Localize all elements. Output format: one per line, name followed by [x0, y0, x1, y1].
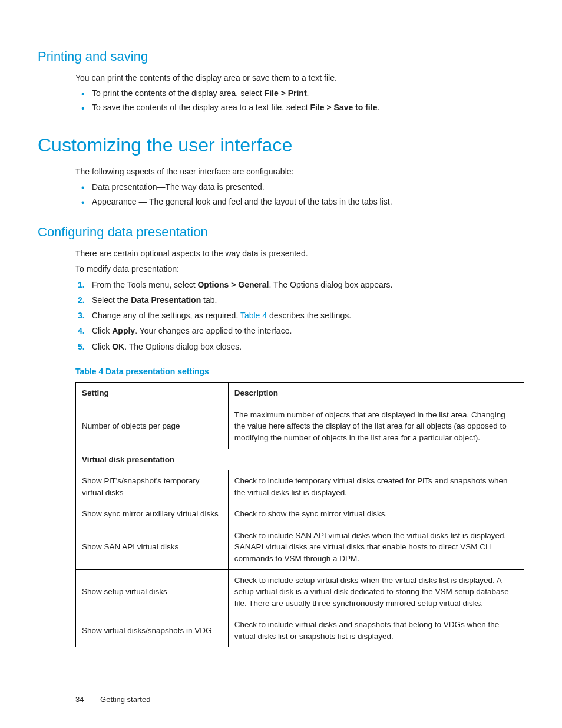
- description-cell: Check to show the sync mirror virtual di…: [228, 503, 524, 525]
- description-cell: The maximum number of objects that are d…: [228, 404, 524, 449]
- description-cell: Check to include SAN API virtual disks w…: [228, 525, 524, 569]
- table-row: Show sync mirror auxiliary virtual disks…: [76, 503, 524, 525]
- bullet-list: Data presentation—The way data is presen…: [75, 181, 524, 207]
- intro-text: The following aspects of the user interf…: [75, 166, 524, 177]
- setting-cell: Show PiT's/snapshot's temporary virtual …: [76, 470, 229, 503]
- list-item: To print the contents of the display are…: [92, 87, 524, 99]
- chapter-name: Getting started: [100, 695, 150, 704]
- description-cell: Check to include setup virtual disks whe…: [228, 569, 524, 614]
- heading-printing-saving: Printing and saving: [38, 47, 524, 66]
- list-item: Appearance — The general look and feel a…: [92, 196, 524, 207]
- description-cell: Check to include temporary virtual disks…: [228, 470, 524, 503]
- heading-configuring-data: Configuring data presentation: [38, 223, 524, 242]
- body-text: There are certain optional aspects to th…: [75, 248, 524, 259]
- bullet-list: To print the contents of the display are…: [75, 87, 524, 114]
- setting-cell: Number of objects per page: [76, 404, 229, 449]
- step-list: From the Tools menu, select Options > Ge…: [75, 279, 524, 353]
- setting-cell: Show virtual disks/snapshots in VDG: [76, 614, 229, 647]
- table-row: Number of objects per pageThe maximum nu…: [76, 404, 524, 449]
- table-row: Show SAN API virtual disksCheck to inclu…: [76, 525, 524, 569]
- setting-cell: Show SAN API virtual disks: [76, 525, 229, 569]
- body-text: To modify data presentation:: [75, 263, 524, 275]
- description-cell: Check to include virtual disks and snaps…: [228, 614, 524, 647]
- step-item: From the Tools menu, select Options > Ge…: [92, 279, 524, 291]
- list-item: To save the contents of the display area…: [92, 101, 524, 113]
- table-header: Description: [228, 383, 524, 404]
- table-header: Setting: [76, 383, 229, 404]
- setting-cell: Show setup virtual disks: [76, 569, 229, 614]
- table-row: Show PiT's/snapshot's temporary virtual …: [76, 470, 524, 503]
- page-number: 34: [75, 695, 84, 704]
- settings-table: Setting Description Number of objects pe…: [75, 382, 524, 647]
- intro-text: You can print the contents of the displa…: [75, 72, 524, 84]
- table-row: Virtual disk presentation: [76, 449, 524, 470]
- step-item: Select the Data Presentation tab.: [92, 294, 524, 306]
- table-ref-link[interactable]: Table 4: [240, 311, 267, 320]
- table-caption: Table 4 Data presentation settings: [75, 365, 524, 377]
- setting-cell: Show sync mirror auxiliary virtual disks: [76, 503, 229, 525]
- step-item: Change any of the settings, as required.…: [92, 309, 524, 321]
- table-row: Show virtual disks/snapshots in VDGCheck…: [76, 614, 524, 647]
- step-item: Click OK. The Options dialog box closes.: [92, 341, 524, 353]
- heading-customizing-ui: Customizing the user interface: [38, 131, 524, 159]
- list-item: Data presentation—The way data is presen…: [92, 181, 524, 193]
- table-row: Show setup virtual disksCheck to include…: [76, 569, 524, 614]
- page-footer: 34 Getting started: [75, 694, 524, 706]
- step-item: Click Apply. Your changes are applied to…: [92, 325, 524, 337]
- table-section-cell: Virtual disk presentation: [76, 449, 524, 470]
